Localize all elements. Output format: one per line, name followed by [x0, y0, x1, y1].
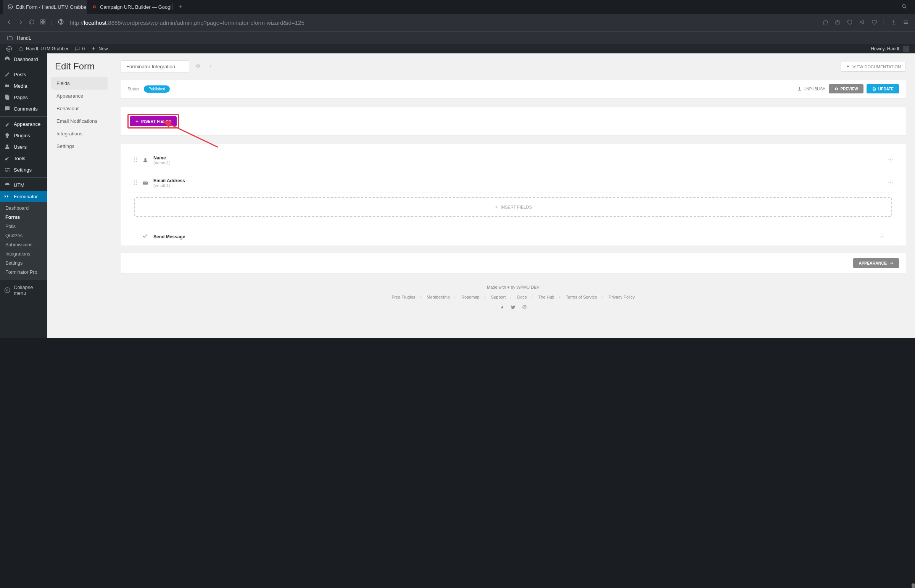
menu-tools[interactable]: Tools: [0, 152, 47, 164]
field-title: Email Address: [153, 178, 185, 183]
submenu-polls[interactable]: Polls: [0, 222, 47, 231]
message-icon[interactable]: [822, 19, 828, 26]
instagram-icon[interactable]: [522, 305, 527, 311]
submenu-submissions[interactable]: Submissions: [0, 240, 47, 249]
submit-row[interactable]: Send Message: [134, 228, 892, 246]
insert-fields-zone[interactable]: INSERT FIELDS: [134, 197, 892, 217]
address-bar[interactable]: http://localhost:8888/wordpress/wp-admin…: [70, 19, 816, 26]
twitter-icon[interactable]: [511, 305, 516, 311]
menu-users[interactable]: Users: [0, 141, 47, 152]
menu-media[interactable]: Media: [0, 80, 47, 92]
menu-plugins[interactable]: Plugins: [0, 130, 47, 141]
facebook-icon[interactable]: [500, 305, 505, 311]
svg-point-34: [136, 182, 138, 183]
svg-point-24: [136, 157, 138, 158]
menu-appearance[interactable]: Appearance: [0, 116, 47, 130]
shield-icon[interactable]: [847, 19, 853, 26]
footer-hub[interactable]: The Hub: [536, 295, 557, 299]
svg-point-39: [881, 235, 883, 236]
insert-fields-highlight: INSERT FIELDS: [128, 114, 179, 129]
drag-handle-icon[interactable]: [134, 180, 138, 186]
svg-rect-8: [835, 21, 840, 24]
menu-pages[interactable]: Pages: [0, 92, 47, 103]
back-button[interactable]: [6, 19, 12, 26]
browser-tab-active[interactable]: Edit Form ‹ HandL UTM Grabbe: [3, 0, 87, 14]
menu-posts[interactable]: Posts: [0, 67, 47, 80]
update-button[interactable]: UPDATE: [866, 84, 899, 94]
appearance-next-button[interactable]: APPEARANCE: [853, 258, 899, 268]
check-icon: [142, 233, 148, 240]
new-link[interactable]: New: [88, 46, 111, 52]
toolbar-right-icons: |: [822, 19, 909, 26]
howdy-text: Howdy, HandL: [871, 46, 900, 52]
submenu-integrations[interactable]: Integrations: [0, 249, 47, 258]
preview-button[interactable]: PREVIEW: [829, 84, 863, 94]
insert-fields-button[interactable]: INSERT FIELDS: [130, 116, 177, 126]
submit-settings-icon[interactable]: [879, 234, 884, 240]
sidenav-behaviour[interactable]: Behaviour: [51, 102, 108, 115]
form-sidenav: Edit Form Fields Appearance Behaviour Em…: [47, 53, 112, 338]
menu-utm[interactable]: UTM: [0, 177, 47, 191]
menu-dashboard[interactable]: Dashboard: [0, 53, 47, 65]
submenu-quizzes[interactable]: Quizzes: [0, 231, 47, 240]
unpublish-button[interactable]: UNPUBLISH: [797, 87, 825, 91]
sidenav-email[interactable]: Email Notifications: [51, 115, 108, 128]
wp-logo[interactable]: [3, 46, 15, 52]
footer-privacy[interactable]: Privacy Policy: [606, 295, 637, 299]
howdy-user[interactable]: Howdy, HandL: [868, 46, 912, 52]
footer-support[interactable]: Support: [489, 295, 508, 299]
sidenav-appearance[interactable]: Appearance: [51, 90, 108, 102]
menu-icon[interactable]: [903, 19, 909, 26]
footer-free-plugins[interactable]: Free Plugins: [389, 295, 418, 299]
menu-forminator[interactable]: Forminator: [0, 191, 47, 202]
submenu-forms[interactable]: Forms: [0, 213, 47, 222]
submenu-settings[interactable]: Settings: [0, 258, 47, 268]
camera-icon[interactable]: [834, 19, 841, 26]
form-settings-icon[interactable]: [194, 62, 202, 71]
field-row-name[interactable]: Name (name-1): [128, 150, 899, 170]
footer-docs[interactable]: Docs: [515, 295, 529, 299]
drag-handle-icon[interactable]: [134, 157, 138, 163]
svg-rect-5: [41, 23, 42, 24]
field-settings-icon[interactable]: [888, 157, 893, 163]
menu-comments[interactable]: Comments: [0, 103, 47, 115]
sidenav-integrations[interactable]: Integrations: [51, 128, 108, 140]
footer-tos[interactable]: Terms of Service: [564, 295, 599, 299]
collapse-menu[interactable]: Collapse menu: [0, 282, 47, 298]
send-icon[interactable]: [859, 19, 865, 26]
download-icon[interactable]: [891, 19, 897, 26]
new-label: New: [99, 46, 108, 52]
forminator-submenu: Dashboard Forms Polls Quizzes Submission…: [0, 202, 47, 280]
reload-button[interactable]: [29, 19, 35, 26]
svg-rect-17: [5, 170, 8, 171]
form-name-input[interactable]: [121, 60, 189, 73]
footer-roadmap[interactable]: Roadmap: [459, 295, 482, 299]
site-link[interactable]: HandL UTM Grabber: [15, 46, 72, 52]
globe-icon[interactable]: [58, 19, 64, 26]
forward-button[interactable]: [18, 19, 24, 26]
svg-rect-4: [44, 20, 45, 21]
field-settings-icon[interactable]: [888, 180, 893, 186]
new-tab-button[interactable]: [174, 4, 186, 10]
grid-icon[interactable]: [40, 19, 46, 26]
browser-search-icon[interactable]: [897, 3, 912, 11]
sidenav-settings[interactable]: Settings: [51, 140, 108, 152]
footer-membership[interactable]: Membership: [424, 295, 452, 299]
submenu-dashboard[interactable]: Dashboard: [0, 204, 47, 213]
svg-point-11: [5, 84, 8, 87]
field-row-email[interactable]: Email Address (email-1): [128, 173, 899, 192]
view-documentation-button[interactable]: VIEW DOCUMENTATION: [841, 62, 906, 72]
sidenav-fields[interactable]: Fields: [51, 77, 108, 90]
site-name: HandL UTM Grabber: [26, 46, 69, 52]
comments-link[interactable]: 0: [72, 46, 88, 52]
status-bar: Status Published UNPUBLISH PREVIEW UPDAT…: [121, 80, 906, 98]
bookmark-item[interactable]: HandL: [17, 35, 31, 41]
browser-tab[interactable]: Campaign URL Builder — Googl: [87, 0, 171, 14]
heart-icon[interactable]: [871, 19, 877, 26]
svg-point-14: [6, 145, 8, 147]
submenu-pro[interactable]: Forminator Pro: [0, 268, 47, 277]
svg-point-28: [136, 161, 138, 162]
menu-settings[interactable]: Settings: [0, 164, 47, 175]
add-form-icon[interactable]: [207, 62, 215, 71]
svg-point-41: [523, 306, 525, 308]
